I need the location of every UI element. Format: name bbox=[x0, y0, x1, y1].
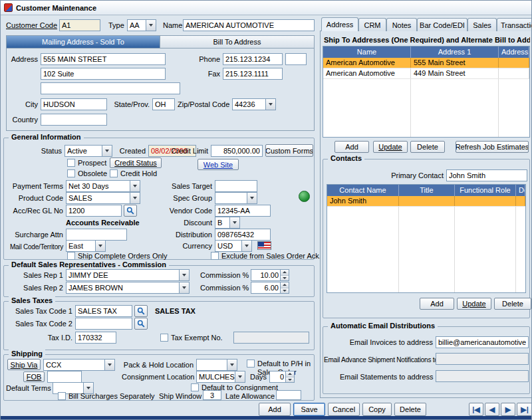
address1-field[interactable] bbox=[41, 53, 166, 65]
tax-code1-field[interactable] bbox=[75, 305, 132, 317]
tax-code2-search-button[interactable] bbox=[134, 318, 148, 330]
commission1-field[interactable] bbox=[251, 270, 280, 280]
customer-code-label[interactable]: Customer Code bbox=[6, 21, 57, 30]
zip-combo[interactable]: 44236 bbox=[232, 98, 276, 110]
web-site-button[interactable]: Web Site bbox=[198, 159, 239, 170]
tab-sales[interactable]: Sales bbox=[467, 18, 497, 31]
name-field[interactable] bbox=[183, 19, 315, 31]
exclude-ack-checkbox[interactable]: Exclude from Sales Order Ack. bbox=[211, 252, 321, 261]
fob-field[interactable] bbox=[47, 371, 82, 383]
contact-add-button[interactable]: Add bbox=[420, 298, 454, 310]
dropdown-arrow-icon[interactable] bbox=[227, 360, 237, 370]
distribution-field[interactable] bbox=[215, 229, 271, 241]
address-row-selected[interactable]: American Automotive 555 Main Street bbox=[323, 58, 529, 68]
tab-transactions[interactable]: Transactions bbox=[497, 18, 532, 31]
dropdown-arrow-icon[interactable] bbox=[241, 241, 251, 251]
nav-first-button[interactable]: |◀ bbox=[469, 403, 483, 416]
address-add-button[interactable]: Add bbox=[334, 141, 369, 153]
acc-rec-gl-field[interactable] bbox=[66, 205, 122, 217]
state-field[interactable] bbox=[152, 98, 175, 110]
dropdown-arrow-icon[interactable] bbox=[179, 282, 189, 293]
dropdown-arrow-icon[interactable] bbox=[104, 360, 114, 370]
contact-update-button[interactable]: Update bbox=[457, 298, 491, 310]
consignment-combo[interactable]: MULCHES bbox=[196, 371, 245, 383]
nav-next-button[interactable]: ▶ bbox=[501, 403, 515, 416]
tab-mailing-address[interactable]: Mailing Address - Sold To bbox=[6, 35, 160, 49]
phone-ext-field[interactable] bbox=[285, 53, 307, 65]
surcharge-attn-field[interactable] bbox=[66, 229, 127, 241]
city-field[interactable] bbox=[41, 98, 107, 110]
add-button[interactable]: Add bbox=[259, 403, 291, 416]
contact-delete-button[interactable]: Delete bbox=[494, 298, 531, 310]
customer-code-field[interactable] bbox=[59, 19, 100, 31]
status-combo[interactable]: Active bbox=[65, 145, 112, 157]
credit-limit-field[interactable] bbox=[211, 145, 263, 157]
days-field[interactable] bbox=[270, 371, 285, 382]
tab-notes[interactable]: Notes bbox=[386, 18, 417, 31]
phone-field[interactable] bbox=[223, 53, 283, 65]
tab-bill-to-address[interactable]: Bill To Address bbox=[160, 35, 315, 49]
bill-surcharges-checkbox[interactable]: Bill Surcharges Separately bbox=[58, 392, 155, 401]
pack-hold-combo[interactable] bbox=[196, 359, 237, 371]
nav-prev-button[interactable]: ◀ bbox=[485, 403, 499, 416]
ship-via-button[interactable]: Ship Via bbox=[7, 359, 41, 370]
late-allowance-field[interactable] bbox=[276, 390, 301, 400]
payment-terms-combo[interactable]: Net 30 Days bbox=[66, 180, 140, 192]
spinner-arrows-icon[interactable] bbox=[285, 371, 294, 382]
tax-code1-search-button[interactable] bbox=[134, 305, 148, 317]
prospect-checkbox[interactable]: Prospect bbox=[67, 159, 106, 167]
mail-code-combo[interactable]: East bbox=[66, 240, 106, 252]
spinner-arrows-icon[interactable] bbox=[280, 282, 289, 293]
commission2-spinner[interactable] bbox=[251, 282, 289, 294]
vendor-code-field[interactable] bbox=[215, 205, 271, 217]
acc-rec-search-button[interactable] bbox=[124, 205, 137, 217]
address3-field[interactable] bbox=[41, 82, 180, 94]
spec-group-combo[interactable] bbox=[215, 192, 257, 204]
commission1-spinner[interactable] bbox=[251, 269, 289, 281]
dropdown-arrow-icon[interactable] bbox=[95, 241, 105, 251]
dropdown-arrow-icon[interactable] bbox=[179, 270, 189, 280]
tab-bar-code-edi[interactable]: Bar Code/EDI bbox=[417, 18, 467, 31]
tab-address[interactable]: Address bbox=[321, 17, 358, 31]
delete-button[interactable]: Delete bbox=[394, 403, 426, 416]
cancel-button[interactable]: Cancel bbox=[328, 403, 360, 416]
tab-crm[interactable]: CRM bbox=[358, 18, 386, 31]
credit-hold-checkbox[interactable]: Credit Hold bbox=[110, 169, 157, 178]
dropdown-arrow-icon[interactable] bbox=[235, 371, 245, 382]
tax-code2-field[interactable] bbox=[75, 318, 132, 330]
dropdown-arrow-icon[interactable] bbox=[102, 146, 112, 156]
nav-last-button[interactable]: ▶| bbox=[517, 403, 532, 416]
spinner-arrows-icon[interactable] bbox=[280, 270, 289, 280]
sales-rep2-combo[interactable]: JAMES BROWN bbox=[66, 282, 190, 294]
spec-lookup-icon[interactable] bbox=[299, 191, 310, 202]
fob-button[interactable]: FOB bbox=[23, 371, 45, 382]
address2-field[interactable] bbox=[41, 68, 166, 80]
ship-window-field[interactable] bbox=[203, 390, 221, 400]
dropdown-arrow-icon[interactable] bbox=[146, 20, 156, 31]
days-spinner[interactable] bbox=[269, 371, 295, 383]
sales-target-field[interactable] bbox=[215, 180, 257, 192]
custom-forms-button[interactable]: Custom Forms bbox=[265, 144, 313, 157]
country-field[interactable] bbox=[41, 114, 107, 126]
save-button[interactable]: Save bbox=[293, 403, 325, 416]
dropdown-arrow-icon[interactable] bbox=[130, 193, 140, 203]
address-row[interactable]: American Automotive 449 Main Street bbox=[323, 68, 529, 79]
contact-row-selected[interactable]: John Smith bbox=[327, 196, 525, 207]
tax-id-field[interactable] bbox=[75, 332, 116, 344]
sales-rep1-combo[interactable]: JIMMY DEE bbox=[66, 269, 190, 281]
currency-combo[interactable]: USD bbox=[215, 240, 252, 252]
dropdown-arrow-icon[interactable] bbox=[229, 217, 239, 228]
ship-via-combo[interactable]: CCX bbox=[43, 359, 115, 371]
copy-button[interactable]: Copy bbox=[362, 403, 392, 416]
dropdown-arrow-icon[interactable] bbox=[130, 181, 140, 191]
product-code-combo[interactable]: SALES bbox=[66, 192, 140, 204]
tax-exempt-checkbox[interactable]: Tax Exempt No. bbox=[160, 334, 223, 342]
email-invoices-field[interactable] bbox=[436, 336, 529, 348]
fax-field[interactable] bbox=[223, 68, 283, 80]
dropdown-arrow-icon[interactable] bbox=[265, 99, 275, 110]
address-update-button[interactable]: Update bbox=[373, 141, 408, 153]
dropdown-arrow-icon[interactable] bbox=[247, 193, 257, 203]
address-delete-button[interactable]: Delete bbox=[410, 141, 445, 153]
refresh-job-estimates-button[interactable]: Refresh Job Estimates bbox=[456, 141, 529, 153]
discount-combo[interactable]: B bbox=[215, 217, 240, 229]
